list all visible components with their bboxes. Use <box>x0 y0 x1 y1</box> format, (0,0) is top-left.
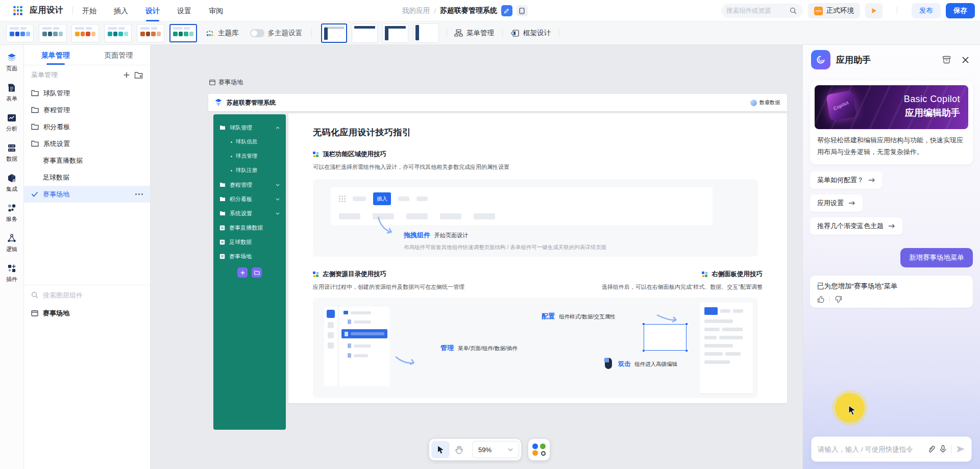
more-actions-icon[interactable] <box>135 193 143 195</box>
preview-menu-team-info[interactable]: 球队信息 <box>213 135 286 149</box>
design-canvas[interactable]: 赛事场地 苏超联赛管理系统 数睿数据 球队管理 球队信息 球员管理 球队注册 赛… <box>151 45 802 469</box>
preview-menu-venue[interactable]: 赛事场地 <box>213 249 286 263</box>
rail-item-plugins[interactable]: 插件 <box>6 264 17 283</box>
menu-review[interactable]: 审阅 <box>209 0 223 21</box>
thumbs-down-icon[interactable] <box>835 295 842 303</box>
preview-menu-points[interactable]: 积分看板 <box>213 192 286 206</box>
tree-item-system-settings[interactable]: 系统设置 <box>24 135 150 152</box>
add-menu-folder-button[interactable] <box>252 267 262 278</box>
theme-swatch-slate[interactable] <box>39 24 66 42</box>
arrow-right-icon <box>848 201 855 206</box>
theme-swatch-orange[interactable] <box>71 24 99 42</box>
chip-menu-config[interactable]: 菜单如何配置？ <box>810 171 883 189</box>
add-folder-icon[interactable] <box>134 71 143 79</box>
preview-menu-live-data[interactable]: 赛事直播数据 <box>213 220 286 235</box>
menu-management-button[interactable]: 菜单管理 <box>454 29 494 38</box>
zoom-select[interactable]: 59% <box>472 441 519 458</box>
chip-gradient-themes[interactable]: 推荐几个渐变蓝色主题 <box>810 217 902 235</box>
menu-insert[interactable]: 插入 <box>114 0 128 21</box>
select-tool[interactable] <box>431 441 450 458</box>
attach-button[interactable] <box>927 445 935 453</box>
assistant-input-field[interactable] <box>818 446 923 453</box>
tree-item-venue-selected[interactable]: 赛事场地 <box>24 186 150 203</box>
banner-line2: 应用编辑助手 <box>904 107 960 119</box>
theme-library-button[interactable]: 主题库 <box>205 29 239 38</box>
run-preview-button[interactable] <box>865 3 883 18</box>
environment-switch[interactable]: </> 正式环境 <box>808 3 860 18</box>
search-input[interactable] <box>726 7 787 14</box>
arrow-right-icon <box>868 178 875 183</box>
rail-item-logic[interactable]: 逻辑 <box>6 234 17 253</box>
menu-start[interactable]: 开始 <box>82 0 96 21</box>
tree-item-points-board[interactable]: 积分看板 <box>24 118 150 135</box>
divider <box>897 7 897 15</box>
publish-button[interactable]: 发布 <box>912 3 941 18</box>
multi-theme-toggle[interactable] <box>250 29 264 37</box>
global-search[interactable] <box>721 4 803 18</box>
rail-item-services[interactable]: 服务 <box>6 204 17 223</box>
device-preview-button[interactable] <box>517 5 528 16</box>
preview-menu-football-data[interactable]: 足球数据 <box>213 235 286 249</box>
preview-menu-schedule[interactable]: 赛程管理 <box>213 178 286 192</box>
add-menu-item-button[interactable] <box>237 267 248 278</box>
mic-button[interactable] <box>940 445 946 453</box>
design-toolbar: 主题库 多主题设置 菜单管理 框架设计 <box>0 21 980 45</box>
canvas-page-tab[interactable]: 赛事场地 <box>209 78 243 87</box>
layer-search-input[interactable] <box>43 291 125 299</box>
rail-item-pages[interactable]: 页面 <box>6 53 17 72</box>
menu-settings[interactable]: 设置 <box>177 0 191 21</box>
menu-design[interactable]: 设计 <box>145 0 160 21</box>
logic-icon <box>7 234 16 243</box>
preview-menu-player-mgmt[interactable]: 球员管理 <box>213 149 286 163</box>
layout-option-left-sidebar[interactable] <box>413 23 439 43</box>
preview-menu-team-register[interactable]: 球队注册 <box>213 163 286 178</box>
close-icon[interactable] <box>959 53 972 66</box>
breadcrumb-parent[interactable]: 我的应用 <box>402 6 430 15</box>
add-menu-icon[interactable] <box>123 71 130 79</box>
theme-swatch-brown[interactable] <box>137 24 164 42</box>
preview-menu-system[interactable]: 系统设置 <box>213 206 286 220</box>
canvas-bottom-bar: 59% <box>429 439 550 460</box>
folder-icon <box>219 182 226 187</box>
chevron-down-icon <box>508 448 513 451</box>
preview-user-badge: 数睿数据 <box>750 99 780 106</box>
tab-menu-management[interactable]: 菜单管理 <box>24 45 87 65</box>
tree-item-schedule-management[interactable]: 赛程管理 <box>24 102 150 118</box>
folder-icon <box>31 107 39 113</box>
section-top-desc: 可以在顶栏选择所需组件拖入设计，亦可寻找其他相关参数完成应用的属性设置 <box>313 163 763 171</box>
frame-design-button[interactable]: 框架设计 <box>511 29 551 38</box>
rail-item-forms[interactable]: 表单 <box>6 83 17 103</box>
rail-item-analysis[interactable]: 分析 <box>6 113 17 133</box>
layout-option-top-and-left[interactable] <box>382 23 408 43</box>
page-icon <box>219 254 225 259</box>
layer-search[interactable] <box>24 285 150 305</box>
cube-icon <box>7 174 16 183</box>
assistant-input[interactable] <box>811 436 972 462</box>
history-icon[interactable] <box>940 53 953 66</box>
tab-page-management[interactable]: 页面管理 <box>87 45 151 65</box>
tree-item-team-management[interactable]: 球队管理 <box>24 85 150 102</box>
theme-swatch-green-selected[interactable] <box>169 24 197 42</box>
app-launcher-icon[interactable] <box>13 6 22 15</box>
app-preview[interactable]: 苏超联赛管理系统 数睿数据 球队管理 球队信息 球员管理 球队注册 赛程管理 积… <box>208 94 787 111</box>
pan-tool[interactable] <box>450 441 468 458</box>
chip-app-settings[interactable]: 应用设置 <box>810 194 863 212</box>
layout-option-top-left-sidebar[interactable] <box>321 23 347 43</box>
preview-menu-team[interactable]: 球队管理 <box>213 120 286 135</box>
layer-item-venue[interactable]: 赛事场地 <box>24 305 150 322</box>
rail-item-integration[interactable]: 集成 <box>6 174 17 193</box>
theme-swatch-teal[interactable] <box>104 24 132 42</box>
assistant-launcher[interactable] <box>528 439 550 460</box>
search-icon[interactable] <box>790 7 797 14</box>
tree-item-football-data[interactable]: 足球数据 <box>24 169 150 186</box>
rename-app-button[interactable] <box>501 5 512 16</box>
thumbs-up-icon[interactable] <box>817 295 825 303</box>
tree-item-live-data[interactable]: 赛事直播数据 <box>24 152 150 169</box>
layout-option-top-bar[interactable] <box>352 23 378 43</box>
pencil-icon <box>504 8 509 14</box>
save-button[interactable]: 保存 <box>946 3 975 18</box>
theme-swatch-blue[interactable] <box>6 24 34 42</box>
preview-sidebar-menu: 球队管理 球队信息 球员管理 球队注册 赛程管理 积分看板 系统设置 <box>213 114 286 430</box>
send-button[interactable] <box>956 445 965 453</box>
rail-item-data[interactable]: 数据 <box>6 143 17 163</box>
